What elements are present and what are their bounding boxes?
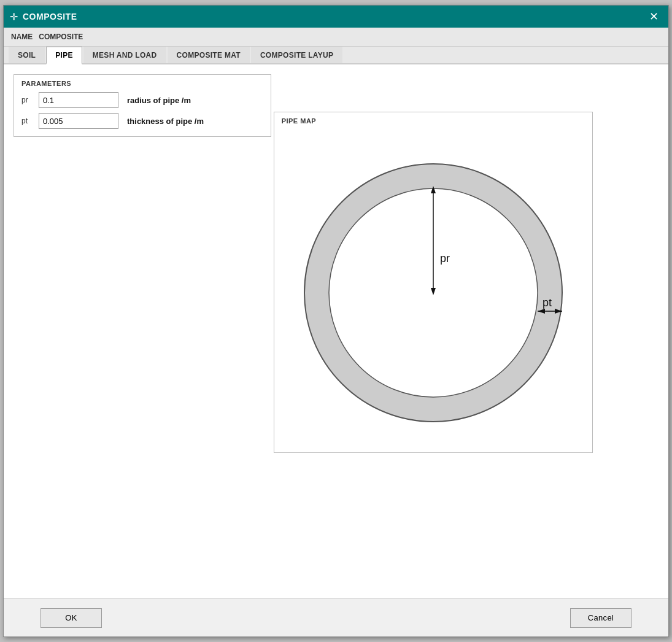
svg-text:pr: pr	[440, 252, 450, 265]
parameters-group: PARAMETERS pr radius of pipe /m pt thick…	[14, 74, 271, 137]
pr-label: pr	[21, 96, 35, 104]
cancel-button[interactable]: Cancel	[570, 608, 631, 628]
tab-mesh-and-load[interactable]: MESH AND LOAD	[83, 47, 166, 63]
tab-soil[interactable]: SOIL	[9, 47, 45, 63]
title-bar: ✛ COMPOSITE ✕	[4, 6, 668, 28]
name-bar: NAME COMPOSITE	[4, 28, 668, 47]
pipe-map-legend: PIPE MAP	[274, 117, 592, 125]
pr-input[interactable]	[39, 92, 118, 108]
composite-dialog: ✛ COMPOSITE ✕ NAME COMPOSITE SOIL PIPE M…	[3, 5, 669, 637]
pr-description: radius of pipe /m	[127, 96, 191, 105]
param-row-pt: pt thickness of pipe /m	[21, 113, 263, 129]
pipe-map-svg: pr pt	[274, 127, 592, 452]
name-value: COMPOSITE	[39, 33, 83, 41]
svg-text:pt: pt	[543, 296, 552, 309]
name-label: NAME	[11, 33, 33, 41]
tab-composite-layup[interactable]: COMPOSITE LAYUP	[251, 47, 342, 63]
tab-pipe[interactable]: PIPE	[46, 47, 82, 64]
pt-input[interactable]	[39, 113, 118, 129]
close-button[interactable]: ✕	[646, 10, 662, 23]
pt-description: thickness of pipe /m	[127, 117, 204, 126]
title-bar-left: ✛ COMPOSITE	[10, 11, 77, 23]
tabs-bar: SOIL PIPE MESH AND LOAD COMPOSITE MAT CO…	[4, 47, 668, 64]
ok-button[interactable]: OK	[41, 608, 102, 628]
param-row-pr: pr radius of pipe /m	[21, 92, 263, 108]
pt-label: pt	[21, 117, 35, 125]
title-icon: ✛	[10, 11, 18, 23]
pipe-map-group: PIPE MAP pr	[274, 112, 593, 453]
title-text: COMPOSITE	[23, 12, 77, 21]
parameters-legend: PARAMETERS	[21, 80, 263, 87]
content-area: PARAMETERS pr radius of pipe /m pt thick…	[4, 64, 668, 598]
bottom-bar: OK Cancel	[4, 598, 668, 636]
tab-composite-mat[interactable]: COMPOSITE MAT	[168, 47, 250, 63]
